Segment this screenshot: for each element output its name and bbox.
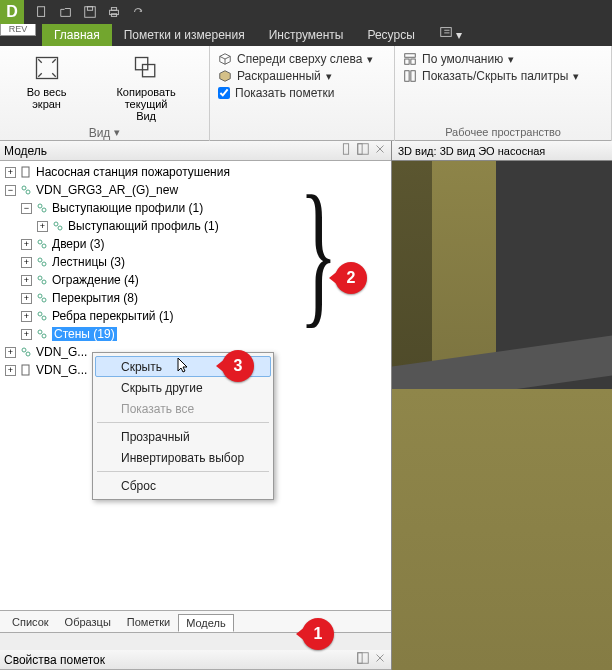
svg-rect-16 [358, 144, 369, 155]
tree-node[interactable]: Ребра перекрытий (1) [52, 309, 174, 323]
props-panel-header: Свойства пометок [0, 650, 391, 670]
panel-close-icon[interactable] [370, 142, 387, 159]
btab-samples[interactable]: Образцы [57, 613, 119, 631]
btab-markups[interactable]: Пометки [119, 613, 178, 631]
svg-rect-18 [22, 167, 29, 177]
tab-main[interactable]: Главная [42, 24, 112, 46]
tab-markups[interactable]: Пометки и измерения [112, 24, 257, 46]
tree-node[interactable]: Насосная станция пожаротушения [36, 165, 230, 179]
svg-rect-4 [111, 8, 116, 11]
copy-view-label: Копировать текущий Вид [95, 86, 197, 122]
rev-tab[interactable]: REV [0, 24, 36, 36]
group-icon [19, 183, 33, 197]
ribbon-tabs: Главная Пометки и измерения Инструменты … [0, 24, 612, 46]
tree-node[interactable]: VDN_G... [36, 363, 87, 377]
svg-rect-8 [136, 58, 148, 70]
svg-rect-13 [405, 71, 409, 82]
tree-node[interactable]: Двери (3) [52, 237, 104, 251]
copy-view-icon [130, 52, 162, 84]
tree-node-selected[interactable]: Стены (19) [52, 327, 117, 341]
group-workspace-title: Рабочее пространство [403, 123, 603, 141]
tree-node[interactable]: Лестницы (3) [52, 255, 125, 269]
svg-point-32 [42, 298, 46, 302]
svg-rect-10 [405, 54, 416, 58]
ctx-reset[interactable]: Сброс [95, 475, 271, 496]
model-panel-title: Модель [4, 144, 47, 158]
svg-point-37 [22, 348, 26, 352]
svg-rect-0 [38, 7, 45, 17]
tree-node[interactable]: VDN_G... [36, 345, 87, 359]
panel-dock-icon[interactable] [353, 651, 370, 668]
svg-point-34 [42, 316, 46, 320]
svg-point-33 [38, 312, 42, 316]
fullscreen-icon [31, 52, 63, 84]
app-icon: D [0, 0, 24, 24]
btab-list[interactable]: Список [4, 613, 57, 631]
tree-node[interactable]: Перекрытия (8) [52, 291, 138, 305]
svg-rect-17 [358, 144, 362, 155]
palettes-button[interactable]: Показать/Скрыть палитры ▾ [403, 69, 579, 83]
ctx-transparent[interactable]: Прозрачный [95, 426, 271, 447]
props-title: Свойства пометок [4, 653, 105, 667]
tree-node[interactable]: Выступающие профили (1) [52, 201, 203, 215]
svg-rect-15 [343, 144, 348, 155]
svg-point-31 [38, 294, 42, 298]
svg-rect-9 [143, 65, 155, 77]
tab-extra[interactable]: ▾ [427, 24, 474, 46]
group-view-title[interactable]: Вид ▾ [8, 124, 201, 141]
svg-rect-14 [411, 71, 415, 82]
svg-rect-6 [441, 28, 452, 37]
cursor-icon [177, 357, 193, 376]
fullscreen-label: Во весь экран [12, 86, 81, 110]
tab-resources[interactable]: Ресурсы [355, 24, 426, 46]
svg-point-29 [38, 276, 42, 280]
show-markups-checkbox[interactable]: Показать пометки [218, 86, 373, 100]
print-icon[interactable] [104, 3, 124, 21]
tree-node[interactable]: Ограждение (4) [52, 273, 139, 287]
copy-view-button[interactable]: Копировать текущий Вид [91, 50, 201, 124]
new-icon[interactable] [32, 3, 52, 21]
ctx-separator [97, 422, 269, 423]
shading-button[interactable]: Раскрашенный ▾ [218, 69, 373, 83]
svg-point-28 [42, 262, 46, 266]
tree-node[interactable]: VDN_GRG3_AR_(G)_new [36, 183, 178, 197]
expand-icon[interactable]: + [5, 167, 16, 178]
open-icon[interactable] [56, 3, 76, 21]
svg-point-21 [38, 204, 42, 208]
svg-point-26 [42, 244, 46, 248]
svg-rect-2 [87, 7, 92, 11]
save-icon[interactable] [80, 3, 100, 21]
svg-rect-40 [358, 653, 369, 664]
svg-point-20 [26, 190, 30, 194]
annotation-brace: } [299, 172, 337, 332]
svg-rect-11 [405, 59, 409, 64]
svg-point-23 [54, 222, 58, 226]
panel-close-icon[interactable] [370, 651, 387, 668]
svg-point-35 [38, 330, 42, 334]
svg-rect-41 [358, 653, 362, 664]
btab-model[interactable]: Модель [178, 614, 233, 632]
doc-icon [19, 165, 33, 179]
svg-rect-1 [85, 7, 96, 18]
fullscreen-button[interactable]: Во весь экран [8, 50, 85, 112]
3d-view-title: 3D вид: 3D вид ЭО насосная [392, 141, 612, 161]
redo-icon[interactable] [128, 3, 148, 21]
svg-rect-39 [22, 365, 29, 375]
panel-tool-icon[interactable] [336, 142, 353, 159]
panel-dock-icon[interactable] [353, 142, 370, 159]
tree-node[interactable]: Выступающий профиль (1) [68, 219, 219, 233]
model-panel-header: Модель [0, 141, 391, 161]
ctx-separator [97, 471, 269, 472]
3d-viewport[interactable]: 3D вид: 3D вид ЭО насосная [392, 141, 612, 670]
annotation-marker-1: 1 [302, 618, 334, 650]
default-layout-button[interactable]: По умолчанию ▾ [403, 52, 579, 66]
ctx-invert[interactable]: Инвертировать выбор [95, 447, 271, 468]
collapse-icon[interactable]: − [5, 185, 16, 196]
tab-tools[interactable]: Инструменты [257, 24, 356, 46]
svg-point-25 [38, 240, 42, 244]
svg-point-19 [22, 186, 26, 190]
projection-button[interactable]: Спереди сверху слева ▾ [218, 52, 373, 66]
svg-point-22 [42, 208, 46, 212]
svg-point-38 [26, 352, 30, 356]
svg-point-27 [38, 258, 42, 262]
